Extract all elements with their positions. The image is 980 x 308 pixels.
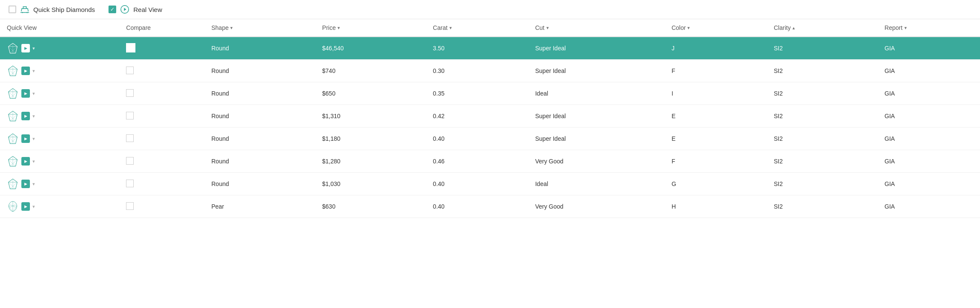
real-view-toggle[interactable]: ✓ Real View: [109, 4, 162, 15]
svg-line-68: [9, 182, 10, 189]
svg-line-58: [9, 160, 10, 166]
play-button[interactable]: ▶: [21, 44, 30, 52]
diamonds-table: Quick View Compare Shape ▾ Price ▾: [0, 19, 980, 218]
svg-line-38: [9, 114, 10, 121]
price-cell: $1,180: [315, 128, 426, 150]
expand-chevron[interactable]: ▾: [32, 181, 35, 187]
table-row: ▶ ▾ Pear $630 0.40 Very Good H SI2 GIA: [0, 195, 980, 218]
col-header-report[interactable]: Report ▾: [878, 19, 980, 37]
svg-line-33: [10, 92, 18, 99]
quick-ship-checkbox[interactable]: [9, 6, 16, 13]
play-button[interactable]: ▶: [21, 202, 30, 211]
col-header-cut[interactable]: Cut ▾: [528, 19, 665, 37]
shape-cell: Round: [205, 105, 315, 128]
quick-ship-toggle[interactable]: Quick Ship Diamonds: [9, 4, 95, 15]
play-button[interactable]: ▶: [21, 134, 30, 143]
compare-checkbox[interactable]: [126, 180, 134, 187]
color-cell: F: [665, 150, 767, 173]
expand-chevron[interactable]: ▾: [32, 159, 35, 164]
svg-line-52: [9, 137, 16, 144]
expand-chevron[interactable]: ▾: [32, 136, 35, 142]
col-header-clarity[interactable]: Clarity ▴: [767, 19, 877, 37]
cut-cell: Super Ideal: [528, 105, 665, 128]
col-header-carat[interactable]: Carat ▾: [426, 19, 528, 37]
quick-view-cell: ▶ ▾: [0, 37, 119, 60]
col-header-color[interactable]: Color ▾: [665, 19, 767, 37]
real-view-label: Real View: [133, 6, 162, 13]
compare-checkbox[interactable]: [126, 112, 134, 119]
play-button[interactable]: ▶: [21, 157, 30, 166]
quick-ship-label: Quick Ship Diamonds: [33, 6, 95, 13]
compare-checkbox[interactable]: [126, 67, 134, 74]
svg-line-32: [9, 92, 16, 99]
compare-cell[interactable]: [119, 82, 204, 105]
svg-line-13: [10, 46, 18, 53]
clarity-cell: SI2: [767, 128, 877, 150]
compare-cell[interactable]: [119, 173, 204, 195]
real-view-icon: [120, 4, 130, 15]
play-button[interactable]: ▶: [21, 67, 30, 75]
svg-line-36: [9, 111, 13, 114]
svg-line-42: [9, 114, 16, 121]
col-header-label: Price: [322, 24, 336, 31]
quick-view-cell: ▶ ▾: [0, 195, 119, 218]
quick-view-cell: ▶ ▾: [0, 60, 119, 82]
svg-line-53: [10, 137, 18, 144]
price-cell: $740: [315, 60, 426, 82]
carat-cell: 0.42: [426, 105, 528, 128]
play-button[interactable]: ▶: [21, 89, 30, 98]
expand-chevron[interactable]: ▾: [32, 68, 35, 74]
compare-cell[interactable]: [119, 37, 204, 60]
expand-chevron[interactable]: ▾: [32, 204, 35, 209]
col-header-price[interactable]: Price ▾: [315, 19, 426, 37]
shape-cell: Round: [205, 150, 315, 173]
color-cell: I: [665, 82, 767, 105]
compare-checkbox[interactable]: [126, 157, 134, 165]
svg-line-19: [16, 69, 18, 76]
svg-line-47: [13, 134, 17, 137]
shape-cell: Round: [205, 128, 315, 150]
col-header-shape[interactable]: Shape ▾: [205, 19, 315, 37]
compare-cell[interactable]: [119, 128, 204, 150]
play-button[interactable]: ▶: [21, 112, 30, 120]
shape-cell: Round: [205, 37, 315, 60]
report-cell: GIA: [878, 82, 980, 105]
real-view-checkbox[interactable]: ✓: [109, 6, 116, 13]
compare-cell[interactable]: [119, 60, 204, 82]
col-header-label: Quick View: [7, 24, 37, 31]
svg-line-57: [13, 156, 17, 160]
col-header-label: Cut: [535, 24, 545, 31]
clarity-cell: SI2: [767, 150, 877, 173]
svg-line-27: [13, 88, 17, 92]
svg-line-62: [9, 160, 16, 166]
expand-chevron[interactable]: ▾: [32, 91, 35, 96]
col-header-label: Carat: [433, 24, 447, 31]
clarity-cell: SI2: [767, 37, 877, 60]
play-button[interactable]: ▶: [21, 180, 30, 188]
cut-cell: Super Ideal: [528, 128, 665, 150]
table-header-row: Quick View Compare Shape ▾ Price ▾: [0, 19, 980, 37]
compare-cell[interactable]: [119, 150, 204, 173]
price-cell: $46,540: [315, 37, 426, 60]
expand-chevron[interactable]: ▾: [32, 113, 35, 119]
compare-checkbox[interactable]: [126, 202, 134, 210]
compare-cell[interactable]: [119, 105, 204, 128]
price-cell: $1,310: [315, 105, 426, 128]
compare-cell[interactable]: [119, 195, 204, 218]
svg-line-26: [9, 88, 13, 92]
report-cell: GIA: [878, 150, 980, 173]
price-cell: $650: [315, 82, 426, 105]
report-cell: GIA: [878, 195, 980, 218]
cut-cell: Ideal: [528, 82, 665, 105]
compare-checkbox[interactable]: [126, 134, 134, 142]
price-cell: $1,030: [315, 173, 426, 195]
compare-checkbox[interactable]: [126, 43, 135, 52]
compare-checkbox[interactable]: [126, 89, 134, 97]
color-cell: G: [665, 173, 767, 195]
color-cell: H: [665, 195, 767, 218]
clarity-cell: SI2: [767, 195, 877, 218]
shape-cell: Round: [205, 60, 315, 82]
color-cell: J: [665, 37, 767, 60]
table-row: ▶ ▾ Round $740 0.30 Super Ideal F SI2 GI…: [0, 60, 980, 82]
expand-chevron[interactable]: ▾: [32, 46, 35, 51]
